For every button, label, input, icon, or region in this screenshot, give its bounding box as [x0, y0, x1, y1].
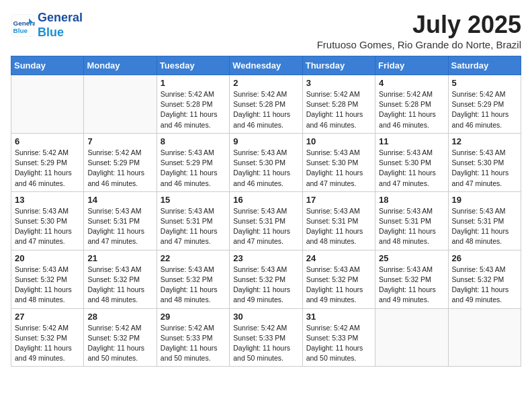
calendar-cell: 17Sunrise: 5:43 AM Sunset: 5:31 PM Dayli… [302, 191, 375, 250]
calendar-cell: 16Sunrise: 5:43 AM Sunset: 5:31 PM Dayli… [230, 191, 302, 250]
day-number: 15 [161, 195, 226, 205]
day-number: 12 [452, 136, 517, 146]
day-info: Sunrise: 5:43 AM Sunset: 5:32 PM Dayligh… [161, 265, 226, 306]
calendar-cell: 24Sunrise: 5:43 AM Sunset: 5:32 PM Dayli… [302, 250, 375, 308]
day-number: 4 [379, 78, 444, 88]
day-info: Sunrise: 5:43 AM Sunset: 5:32 PM Dayligh… [15, 265, 80, 306]
calendar-cell: 28Sunrise: 5:42 AM Sunset: 5:32 PM Dayli… [84, 308, 157, 367]
day-info: Sunrise: 5:43 AM Sunset: 5:31 PM Dayligh… [233, 206, 298, 247]
day-info: Sunrise: 5:42 AM Sunset: 5:29 PM Dayligh… [15, 148, 80, 189]
calendar-table: SundayMondayTuesdayWednesdayThursdayFrid… [11, 56, 521, 367]
calendar-cell: 23Sunrise: 5:43 AM Sunset: 5:32 PM Dayli… [230, 250, 302, 308]
day-info: Sunrise: 5:43 AM Sunset: 5:30 PM Dayligh… [233, 148, 298, 189]
day-number: 20 [15, 253, 80, 263]
svg-text:Blue: Blue [13, 26, 28, 34]
calendar-cell: 14Sunrise: 5:43 AM Sunset: 5:31 PM Dayli… [84, 191, 157, 250]
calendar-cell: 8Sunrise: 5:43 AM Sunset: 5:29 PM Daylig… [157, 133, 229, 191]
calendar-cell: 2Sunrise: 5:42 AM Sunset: 5:28 PM Daylig… [230, 75, 302, 134]
day-info: Sunrise: 5:42 AM Sunset: 5:32 PM Dayligh… [15, 323, 80, 364]
calendar-week-row: 20Sunrise: 5:43 AM Sunset: 5:32 PM Dayli… [11, 250, 521, 308]
calendar-cell: 30Sunrise: 5:42 AM Sunset: 5:33 PM Dayli… [230, 308, 302, 367]
calendar-cell: 25Sunrise: 5:43 AM Sunset: 5:32 PM Dayli… [375, 250, 448, 308]
title-block: July 2025 Frutuoso Gomes, Rio Grande do … [317, 11, 521, 50]
day-number: 25 [379, 253, 444, 263]
day-info: Sunrise: 5:43 AM Sunset: 5:32 PM Dayligh… [452, 265, 517, 306]
calendar-cell: 9Sunrise: 5:43 AM Sunset: 5:30 PM Daylig… [230, 133, 302, 191]
calendar-cell: 13Sunrise: 5:43 AM Sunset: 5:30 PM Dayli… [11, 191, 84, 250]
day-number: 1 [161, 78, 226, 88]
day-number: 21 [87, 253, 152, 263]
day-number: 2 [233, 78, 298, 88]
day-info: Sunrise: 5:43 AM Sunset: 5:31 PM Dayligh… [379, 206, 444, 247]
calendar-cell: 19Sunrise: 5:43 AM Sunset: 5:31 PM Dayli… [448, 191, 521, 250]
calendar-cell [84, 75, 157, 134]
day-number: 23 [233, 253, 298, 263]
day-info: Sunrise: 5:43 AM Sunset: 5:31 PM Dayligh… [452, 206, 517, 247]
day-of-week-header: Wednesday [230, 56, 302, 75]
logo: General Blue GeneralBlue [11, 11, 83, 40]
page-header: General Blue GeneralBlue July 2025 Frutu… [11, 11, 521, 50]
location-title: Frutuoso Gomes, Rio Grande do Norte, Bra… [317, 39, 521, 50]
day-number: 11 [379, 136, 444, 146]
day-info: Sunrise: 5:42 AM Sunset: 5:28 PM Dayligh… [161, 89, 226, 130]
day-number: 3 [306, 78, 371, 88]
day-info: Sunrise: 5:43 AM Sunset: 5:32 PM Dayligh… [87, 265, 152, 306]
calendar-cell: 29Sunrise: 5:42 AM Sunset: 5:33 PM Dayli… [157, 308, 229, 367]
day-number: 30 [233, 312, 298, 322]
day-info: Sunrise: 5:42 AM Sunset: 5:33 PM Dayligh… [306, 323, 371, 364]
day-info: Sunrise: 5:42 AM Sunset: 5:33 PM Dayligh… [161, 323, 226, 364]
day-number: 13 [15, 195, 80, 205]
day-number: 8 [161, 136, 226, 146]
day-number: 19 [452, 195, 517, 205]
calendar-cell: 20Sunrise: 5:43 AM Sunset: 5:32 PM Dayli… [11, 250, 84, 308]
day-info: Sunrise: 5:42 AM Sunset: 5:32 PM Dayligh… [87, 323, 152, 364]
calendar-cell: 1Sunrise: 5:42 AM Sunset: 5:28 PM Daylig… [157, 75, 229, 134]
calendar-cell: 5Sunrise: 5:42 AM Sunset: 5:29 PM Daylig… [448, 75, 521, 134]
calendar-header-row: SundayMondayTuesdayWednesdayThursdayFrid… [11, 56, 521, 75]
day-number: 22 [161, 253, 226, 263]
day-of-week-header: Sunday [11, 56, 84, 75]
day-info: Sunrise: 5:43 AM Sunset: 5:30 PM Dayligh… [379, 148, 444, 189]
day-number: 6 [15, 136, 80, 146]
day-of-week-header: Tuesday [157, 56, 229, 75]
calendar-cell: 11Sunrise: 5:43 AM Sunset: 5:30 PM Dayli… [375, 133, 448, 191]
day-number: 29 [161, 312, 226, 322]
day-of-week-header: Friday [375, 56, 448, 75]
calendar-cell: 7Sunrise: 5:42 AM Sunset: 5:29 PM Daylig… [84, 133, 157, 191]
day-info: Sunrise: 5:43 AM Sunset: 5:32 PM Dayligh… [306, 265, 371, 306]
day-number: 26 [452, 253, 517, 263]
day-number: 24 [306, 253, 371, 263]
day-number: 27 [15, 312, 80, 322]
day-info: Sunrise: 5:43 AM Sunset: 5:32 PM Dayligh… [233, 265, 298, 306]
calendar-cell: 3Sunrise: 5:42 AM Sunset: 5:28 PM Daylig… [302, 75, 375, 134]
day-info: Sunrise: 5:42 AM Sunset: 5:29 PM Dayligh… [87, 148, 152, 189]
day-info: Sunrise: 5:42 AM Sunset: 5:28 PM Dayligh… [379, 89, 444, 130]
day-number: 28 [87, 312, 152, 322]
day-number: 31 [306, 312, 371, 322]
logo-text: GeneralBlue [38, 11, 83, 40]
calendar-cell: 18Sunrise: 5:43 AM Sunset: 5:31 PM Dayli… [375, 191, 448, 250]
calendar-cell: 22Sunrise: 5:43 AM Sunset: 5:32 PM Dayli… [157, 250, 229, 308]
calendar-cell: 6Sunrise: 5:42 AM Sunset: 5:29 PM Daylig… [11, 133, 84, 191]
day-number: 17 [306, 195, 371, 205]
calendar-week-row: 1Sunrise: 5:42 AM Sunset: 5:28 PM Daylig… [11, 75, 521, 134]
day-number: 9 [233, 136, 298, 146]
day-number: 18 [379, 195, 444, 205]
day-info: Sunrise: 5:42 AM Sunset: 5:29 PM Dayligh… [452, 89, 517, 130]
day-of-week-header: Monday [84, 56, 157, 75]
day-info: Sunrise: 5:43 AM Sunset: 5:30 PM Dayligh… [15, 206, 80, 247]
day-of-week-header: Thursday [302, 56, 375, 75]
day-number: 10 [306, 136, 371, 146]
day-number: 16 [233, 195, 298, 205]
calendar-cell: 10Sunrise: 5:43 AM Sunset: 5:30 PM Dayli… [302, 133, 375, 191]
day-info: Sunrise: 5:43 AM Sunset: 5:29 PM Dayligh… [161, 148, 226, 189]
calendar-cell: 31Sunrise: 5:42 AM Sunset: 5:33 PM Dayli… [302, 308, 375, 367]
day-info: Sunrise: 5:43 AM Sunset: 5:31 PM Dayligh… [161, 206, 226, 247]
calendar-cell [11, 75, 84, 134]
day-info: Sunrise: 5:42 AM Sunset: 5:28 PM Dayligh… [233, 89, 298, 130]
calendar-cell: 21Sunrise: 5:43 AM Sunset: 5:32 PM Dayli… [84, 250, 157, 308]
day-number: 7 [87, 136, 152, 146]
day-info: Sunrise: 5:43 AM Sunset: 5:31 PM Dayligh… [87, 206, 152, 247]
calendar-cell: 26Sunrise: 5:43 AM Sunset: 5:32 PM Dayli… [448, 250, 521, 308]
calendar-week-row: 13Sunrise: 5:43 AM Sunset: 5:30 PM Dayli… [11, 191, 521, 250]
